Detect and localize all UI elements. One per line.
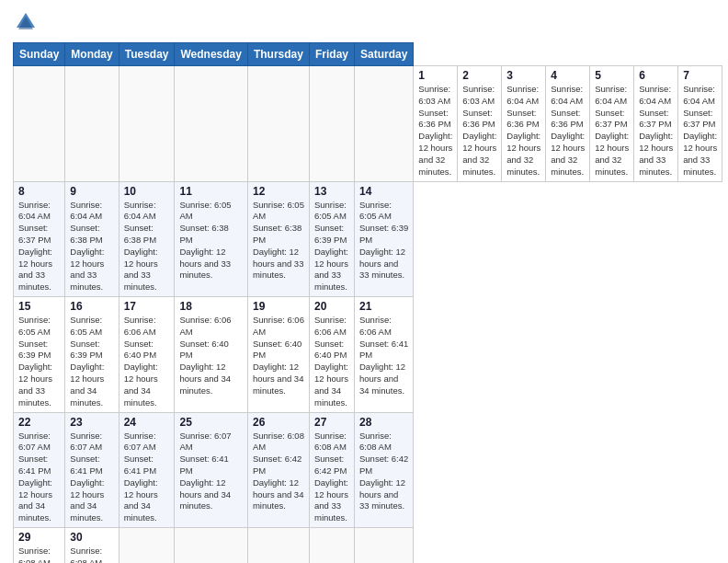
day-number: 14 [359,185,408,198]
calendar-cell: 14Sunrise: 6:05 AMSunset: 6:39 PMDayligh… [354,181,413,297]
daylight-text: Daylight: 12 hours and 32 minutes. [418,131,452,176]
day-number: 19 [253,300,304,313]
sunrise-text: Sunrise: 6:08 AM [70,546,102,563]
day-number: 20 [314,300,349,313]
day-number: 2 [462,69,496,82]
dow-header: Friday [309,43,354,66]
calendar-cell: 20Sunrise: 6:06 AMSunset: 6:40 PMDayligh… [309,297,354,413]
day-number: 7 [683,69,717,82]
calendar-week-row: 8Sunrise: 6:04 AMSunset: 6:37 PMDaylight… [14,181,722,297]
daylight-text: Daylight: 12 hours and 33 minutes. [314,477,348,523]
day-info: Sunrise: 6:04 AMSunset: 6:38 PMDaylight:… [124,200,170,294]
daylight-text: Daylight: 12 hours and 34 minutes. [124,477,158,523]
calendar-cell: 8Sunrise: 6:04 AMSunset: 6:37 PMDaylight… [14,181,65,297]
sunset-text: Sunset: 6:38 PM [70,223,102,245]
daylight-text: Daylight: 12 hours and 33 minutes. [124,247,158,292]
calendar-cell: 9Sunrise: 6:04 AMSunset: 6:38 PMDaylight… [65,181,119,297]
calendar-cell [119,66,175,182]
day-info: Sunrise: 6:07 AMSunset: 6:41 PMDaylight:… [124,431,170,525]
day-number: 23 [70,416,113,429]
day-number: 30 [70,531,113,544]
day-number: 10 [124,185,170,198]
sunset-text: Sunset: 6:39 PM [314,223,347,245]
calendar-body: 1Sunrise: 6:03 AMSunset: 6:36 PMDaylight… [14,66,722,564]
day-info: Sunrise: 6:06 AMSunset: 6:40 PMDaylight:… [124,315,170,409]
calendar-cell: 21Sunrise: 6:06 AMSunset: 6:41 PMDayligh… [354,297,413,413]
day-number: 17 [124,300,170,313]
day-info: Sunrise: 6:05 AMSunset: 6:39 PMDaylight:… [359,200,408,282]
daylight-text: Daylight: 12 hours and 33 minutes. [314,247,348,292]
sunrise-text: Sunrise: 6:04 AM [70,200,102,222]
sunrise-text: Sunrise: 6:05 AM [70,315,102,337]
calendar-cell: 5Sunrise: 6:04 AMSunset: 6:37 PMDaylight… [590,66,634,182]
sunrise-text: Sunrise: 6:03 AM [418,84,450,106]
calendar-cell: 16Sunrise: 6:05 AMSunset: 6:39 PMDayligh… [65,297,119,413]
daylight-text: Daylight: 12 hours and 33 minutes. [70,247,104,292]
day-info: Sunrise: 6:06 AMSunset: 6:40 PMDaylight:… [253,315,304,397]
calendar-cell: 17Sunrise: 6:06 AMSunset: 6:40 PMDayligh… [119,297,175,413]
calendar-week-row: 1Sunrise: 6:03 AMSunset: 6:36 PMDaylight… [14,66,722,182]
day-info: Sunrise: 6:05 AMSunset: 6:38 PMDaylight:… [179,200,242,282]
calendar-cell [175,66,247,182]
calendar-cell: 19Sunrise: 6:06 AMSunset: 6:40 PMDayligh… [247,297,309,413]
calendar-cell [309,66,354,182]
day-number: 25 [179,416,242,429]
day-number: 16 [70,300,113,313]
calendar-cell [354,66,413,182]
day-info: Sunrise: 6:04 AMSunset: 6:38 PMDaylight:… [70,200,113,294]
day-info: Sunrise: 6:04 AMSunset: 6:37 PMDaylight:… [18,200,60,294]
day-info: Sunrise: 6:07 AMSunset: 6:41 PMDaylight:… [70,431,113,525]
day-info: Sunrise: 6:06 AMSunset: 6:40 PMDaylight:… [179,315,242,397]
sunrise-text: Sunrise: 6:07 AM [70,431,102,453]
calendar-cell: 24Sunrise: 6:07 AMSunset: 6:41 PMDayligh… [119,412,175,528]
calendar-cell: 4Sunrise: 6:04 AMSunset: 6:36 PMDaylight… [546,66,590,182]
day-number: 12 [253,185,304,198]
daylight-text: Daylight: 12 hours and 34 minutes. [179,477,230,511]
sunset-text: Sunset: 6:36 PM [506,108,539,130]
day-number: 29 [18,531,60,544]
day-number: 11 [179,185,242,198]
sunset-text: Sunset: 6:42 PM [359,454,408,476]
sunset-text: Sunset: 6:38 PM [124,223,156,245]
daylight-text: Daylight: 12 hours and 33 minutes. [359,247,405,281]
day-info: Sunrise: 6:06 AMSunset: 6:40 PMDaylight:… [314,315,349,409]
sunset-text: Sunset: 6:39 PM [18,339,51,361]
calendar-cell: 11Sunrise: 6:05 AMSunset: 6:38 PMDayligh… [175,181,247,297]
calendar-table: SundayMondayTuesdayWednesdayThursdayFrid… [13,42,722,563]
sunset-text: Sunset: 6:39 PM [359,223,408,245]
sunrise-text: Sunrise: 6:05 AM [359,200,392,222]
calendar-cell: 3Sunrise: 6:04 AMSunset: 6:36 PMDaylight… [502,66,546,182]
day-info: Sunrise: 6:06 AMSunset: 6:41 PMDaylight:… [359,315,408,397]
day-info: Sunrise: 6:08 AMSunset: 6:42 PMDaylight:… [253,431,304,513]
calendar-week-row: 15Sunrise: 6:05 AMSunset: 6:39 PMDayligh… [14,297,722,413]
daylight-text: Daylight: 12 hours and 32 minutes. [551,131,585,176]
calendar-cell: 23Sunrise: 6:07 AMSunset: 6:41 PMDayligh… [65,412,119,528]
calendar-cell [14,66,65,182]
daylight-text: Daylight: 12 hours and 32 minutes. [595,131,629,176]
sunset-text: Sunset: 6:37 PM [639,108,671,130]
day-number: 21 [359,300,408,313]
sunrise-text: Sunrise: 6:04 AM [683,84,715,106]
dow-header: Thursday [247,43,309,66]
day-number: 4 [551,69,585,82]
daylight-text: Daylight: 12 hours and 34 minutes. [124,362,158,407]
daylight-text: Daylight: 12 hours and 33 minutes. [359,477,405,511]
day-info: Sunrise: 6:07 AMSunset: 6:41 PMDaylight:… [18,431,60,525]
sunset-text: Sunset: 6:42 PM [314,454,347,476]
day-info: Sunrise: 6:05 AMSunset: 6:38 PMDaylight:… [253,200,304,282]
page-container: SundayMondayTuesdayWednesdayThursdayFrid… [0,0,728,563]
sunset-text: Sunset: 6:42 PM [253,454,301,476]
sunset-text: Sunset: 6:37 PM [595,108,627,130]
dow-header: Saturday [354,43,413,66]
sunset-text: Sunset: 6:36 PM [462,108,495,130]
day-info: Sunrise: 6:07 AMSunset: 6:41 PMDaylight:… [179,431,242,513]
sunrise-text: Sunrise: 6:08 AM [359,431,392,453]
sunrise-text: Sunrise: 6:06 AM [314,315,347,337]
day-number: 13 [314,185,349,198]
days-of-week-row: SundayMondayTuesdayWednesdayThursdayFrid… [14,43,722,66]
sunrise-text: Sunrise: 6:08 AM [18,546,51,563]
sunrise-text: Sunrise: 6:06 AM [179,315,231,337]
calendar-cell [119,528,175,564]
sunrise-text: Sunrise: 6:07 AM [179,431,231,453]
daylight-text: Daylight: 12 hours and 32 minutes. [506,131,540,176]
